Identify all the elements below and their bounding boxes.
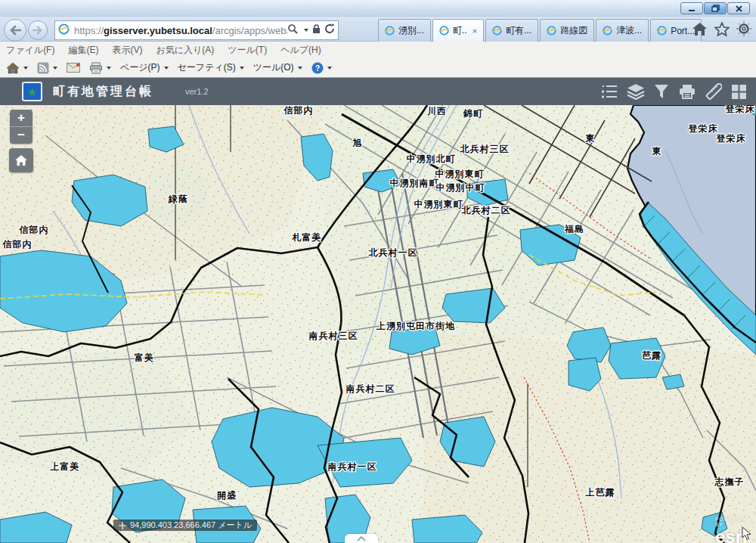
apps-grid-icon[interactable] [731, 84, 747, 100]
rss-feed-button[interactable] [37, 62, 57, 74]
url-text: https://gisserver.yubetsu.local/arcgis/a… [74, 25, 287, 36]
zoom-control: + − [10, 110, 33, 144]
menu-view[interactable]: 表示(V) [112, 44, 142, 57]
measure-draw-icon[interactable] [705, 83, 722, 100]
powered-by-text: POWERED BY [715, 517, 756, 527]
dropdown-icon [23, 67, 28, 70]
tools-menu[interactable]: ツール(O) [253, 61, 302, 74]
zoom-out-button[interactable]: − [10, 127, 33, 144]
svg-text:?: ? [315, 64, 320, 72]
command-bar: ページ(P) セーフティ(S) ツール(O) ? [0, 58, 756, 78]
help-button[interactable]: ? [311, 62, 332, 74]
tab-favicon [492, 26, 502, 36]
coordinate-readout: 94,990.403 23,666.467 メートル [113, 520, 257, 531]
menu-edit[interactable]: 編集(E) [68, 44, 98, 57]
zoom-in-button[interactable]: + [10, 110, 33, 126]
menu-help[interactable]: ヘルプ(H) [280, 44, 321, 57]
forward-button[interactable] [28, 20, 48, 40]
app-header: ★ 町有地管理台帳 ver1.2 [0, 78, 756, 105]
ie-favicon [58, 23, 70, 38]
tab-label: 町.. [453, 24, 467, 37]
mouse-cursor [742, 527, 752, 543]
chevron-up-icon [357, 536, 366, 541]
filter-icon[interactable] [654, 84, 669, 99]
favorites-star-icon[interactable] [714, 22, 730, 39]
tab-favicon [547, 26, 556, 36]
tab-label: 町有... [506, 24, 531, 37]
home-icon[interactable] [692, 22, 708, 39]
dropdown-icon [107, 67, 111, 70]
safety-menu[interactable]: セーフティ(S) [178, 61, 244, 74]
search-dropdown-icon[interactable] [304, 29, 308, 32]
home-page-button[interactable] [6, 62, 28, 74]
coordinate-text: 94,990.403 23,666.467 メートル [130, 520, 252, 531]
menu-favorites[interactable]: お気に入り(A) [156, 44, 214, 57]
tab-favicon [439, 26, 449, 36]
map-canvas[interactable]: 信部内川西錦町登栄床登栄床登栄床旭東東北兵村三区中湧別北町中湧別東町中湧別南町中… [0, 105, 756, 543]
tab-tsunami[interactable]: 津波... [596, 19, 649, 42]
lock-icon [312, 23, 321, 37]
print-button[interactable] [89, 62, 111, 74]
app-logo: ★ [22, 82, 42, 101]
legend-icon[interactable] [601, 84, 618, 99]
navigation-bar: https://gisserver.yubetsu.local/arcgis/a… [0, 17, 756, 42]
browser-window: https://gisserver.yubetsu.local/arcgis/a… [0, 0, 756, 543]
attribute-table-toggle[interactable] [345, 534, 378, 543]
menu-bar: ファイル(F) 編集(E) 表示(V) お気に入り(A) ツール(T) ヘルプ(… [0, 42, 756, 58]
print-map-icon[interactable] [678, 84, 696, 99]
tab-rosenzu[interactable]: 路線図 [540, 19, 594, 42]
dropdown-icon [327, 67, 332, 70]
crosshair-icon [119, 522, 126, 529]
dropdown-icon [240, 67, 244, 70]
app-title: 町有地管理台帳 [53, 84, 153, 100]
tab-favicon [385, 26, 395, 36]
app-version: ver1.2 [185, 87, 209, 96]
tab-favicon [657, 26, 667, 36]
tab-yubetsu[interactable]: 湧別... [378, 19, 431, 42]
read-mail-button[interactable] [67, 63, 80, 73]
tab-favicon [603, 26, 612, 36]
map-graphic [0, 105, 756, 543]
tab-close-icon[interactable]: × [472, 26, 477, 36]
tab-label: 路線図 [560, 24, 587, 37]
dropdown-icon [298, 67, 302, 70]
layers-icon[interactable] [627, 83, 645, 100]
home-extent-icon [14, 154, 28, 166]
close-button[interactable] [727, 2, 750, 14]
address-bar[interactable]: https://gisserver.yubetsu.local/arcgis/a… [54, 20, 339, 40]
page-menu[interactable]: ページ(P) [120, 61, 169, 74]
default-extent-button[interactable] [9, 148, 33, 172]
tab-strip: 湧別... 町.. × 町有... 路線図 津波... Port... [378, 19, 703, 42]
tab-chouyuu[interactable]: 町有... [485, 19, 538, 42]
title-bar [0, 0, 756, 17]
refresh-icon[interactable] [324, 23, 335, 37]
dropdown-icon [164, 67, 169, 70]
tab-label: 湧別... [398, 24, 424, 37]
menu-tools[interactable]: ツール(T) [228, 44, 267, 57]
minimize-button[interactable] [680, 2, 703, 14]
settings-gear-icon[interactable] [736, 21, 751, 39]
search-icon[interactable] [287, 23, 298, 37]
back-button[interactable] [4, 19, 26, 42]
maximize-button[interactable] [704, 2, 727, 14]
tab-active[interactable]: 町.. × [432, 19, 484, 42]
tab-label: 津波... [616, 24, 642, 37]
menu-file[interactable]: ファイル(F) [6, 44, 54, 57]
dropdown-icon [53, 67, 57, 70]
